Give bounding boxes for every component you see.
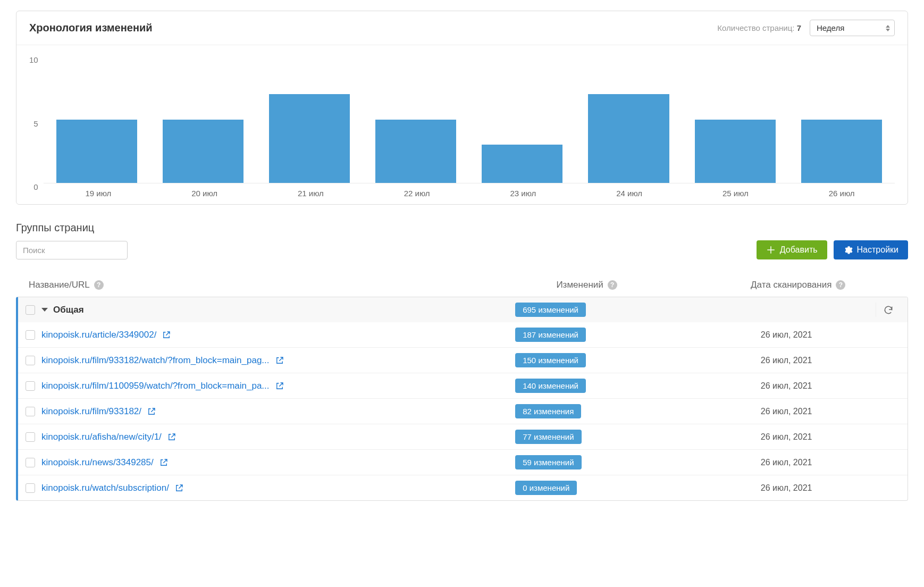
- changes-badge: 150 изменений: [515, 353, 586, 367]
- row-date: 26 июл, 2021: [673, 407, 900, 416]
- external-link-icon[interactable]: [159, 458, 169, 467]
- chart-title: Хронология изменений: [29, 22, 153, 34]
- external-link-icon[interactable]: [275, 381, 284, 391]
- col-changes-label: Изменений: [556, 280, 603, 290]
- updown-icon: [886, 25, 890, 31]
- bar[interactable]: [588, 94, 669, 183]
- x-tick: 22 июл: [404, 189, 430, 198]
- table-row: kinopoisk.ru/afisha/new/city/1/77 измене…: [18, 424, 908, 449]
- col-changes-header[interactable]: Изменений ?: [556, 280, 688, 290]
- table-row: kinopoisk.ru/news/3349285/59 изменений26…: [18, 449, 908, 475]
- table-row: kinopoisk.ru/article/3349002/187 изменен…: [18, 322, 908, 347]
- table-row: kinopoisk.ru/film/933182/watch/?from_blo…: [18, 347, 908, 373]
- table: Общая 695 изменений kinopoisk.ru/article…: [16, 297, 908, 501]
- url-link[interactable]: kinopoisk.ru/afisha/new/city/1/: [41, 432, 162, 442]
- bar[interactable]: [56, 120, 137, 183]
- x-tick: 24 июл: [616, 189, 642, 198]
- external-link-icon[interactable]: [162, 330, 171, 340]
- caret-down-icon[interactable]: [41, 308, 48, 312]
- checkbox[interactable]: [26, 305, 35, 315]
- url-link[interactable]: kinopoisk.ru/film/1100959/watch/?from_bl…: [41, 381, 270, 391]
- col-name-header[interactable]: Название/URL ?: [29, 280, 556, 290]
- checkbox[interactable]: [26, 483, 35, 493]
- x-tick: 20 июл: [191, 189, 217, 198]
- chart-header-right: Количество страниц: 7 Неделя: [717, 20, 895, 36]
- changes-badge: 77 изменений: [515, 430, 581, 444]
- period-select-value: Неделя: [817, 23, 844, 32]
- changes-badge: 59 изменений: [515, 455, 581, 469]
- table-row: kinopoisk.ru/watch/subscription/0 измене…: [18, 475, 908, 500]
- row-date: 26 июл, 2021: [673, 381, 900, 391]
- url-link[interactable]: kinopoisk.ru/film/933182/: [41, 406, 141, 417]
- x-tick: 25 июл: [723, 189, 749, 198]
- period-select[interactable]: Неделя: [810, 20, 895, 36]
- changes-badge: 695 изменений: [515, 303, 586, 317]
- group-name: Общая: [53, 305, 84, 315]
- chart-card: Хронология изменений Количество страниц:…: [16, 11, 908, 205]
- table-row: kinopoisk.ru/film/933182/82 изменения26 …: [18, 398, 908, 424]
- checkbox[interactable]: [26, 407, 35, 416]
- toolbar-buttons: Добавить Настройки: [757, 240, 908, 259]
- settings-button[interactable]: Настройки: [834, 240, 908, 259]
- checkbox[interactable]: [26, 330, 35, 340]
- add-button[interactable]: Добавить: [757, 240, 827, 259]
- checkbox[interactable]: [26, 356, 35, 365]
- changes-badge: 0 изменений: [515, 481, 577, 495]
- changes-badge: 140 изменений: [515, 379, 586, 393]
- url-link[interactable]: kinopoisk.ru/watch/subscription/: [41, 483, 169, 493]
- chart-body: 1050 19 июл20 июл21 июл22 июл23 июл24 ию…: [16, 45, 908, 204]
- help-icon: ?: [94, 280, 104, 290]
- y-tick: 10: [29, 56, 38, 56]
- row-date: 26 июл, 2021: [673, 356, 900, 365]
- checkbox[interactable]: [26, 458, 35, 467]
- bar[interactable]: [801, 120, 882, 183]
- bar[interactable]: [163, 120, 243, 183]
- external-link-icon[interactable]: [147, 407, 156, 416]
- refresh-icon: [883, 305, 894, 315]
- page-count-label: Количество страниц:: [717, 23, 794, 32]
- settings-button-label: Настройки: [857, 245, 898, 255]
- x-tick: 26 июл: [829, 189, 855, 198]
- groups-toolbar: Добавить Настройки: [16, 240, 908, 259]
- page-count: Количество страниц: 7: [717, 23, 801, 32]
- help-icon: ?: [836, 280, 845, 290]
- bar[interactable]: [482, 145, 562, 183]
- chart-plot: [44, 56, 895, 183]
- bar[interactable]: [695, 120, 776, 183]
- table-group-row[interactable]: Общая 695 изменений: [18, 297, 908, 322]
- x-tick: 23 июл: [510, 189, 536, 198]
- row-date: 26 июл, 2021: [673, 432, 900, 442]
- x-tick: 19 июл: [85, 189, 111, 198]
- row-date: 26 июл, 2021: [673, 458, 900, 467]
- external-link-icon[interactable]: [167, 432, 177, 442]
- gear-icon: [843, 245, 853, 255]
- external-link-icon[interactable]: [275, 356, 284, 365]
- url-link[interactable]: kinopoisk.ru/film/933182/watch/?from_blo…: [41, 355, 270, 366]
- groups-title: Группы страниц: [16, 222, 908, 234]
- chart-header: Хронология изменений Количество страниц:…: [16, 11, 908, 45]
- col-name-label: Название/URL: [29, 280, 90, 290]
- y-tick: 5: [33, 119, 38, 120]
- add-button-label: Добавить: [780, 245, 818, 255]
- url-link[interactable]: kinopoisk.ru/article/3349002/: [41, 330, 156, 340]
- chart-area: 1050: [29, 56, 895, 183]
- row-date: 26 июл, 2021: [673, 483, 900, 493]
- page-count-value: 7: [797, 23, 801, 32]
- col-date-header[interactable]: Дата сканирования ?: [688, 280, 908, 290]
- table-row: kinopoisk.ru/film/1100959/watch/?from_bl…: [18, 373, 908, 398]
- bar[interactable]: [375, 120, 456, 183]
- refresh-button[interactable]: [876, 303, 900, 317]
- y-tick: 0: [33, 183, 38, 183]
- x-axis: 19 июл20 июл21 июл22 июл23 июл24 июл25 и…: [29, 183, 895, 198]
- checkbox[interactable]: [26, 432, 35, 442]
- row-date: 26 июл, 2021: [673, 330, 900, 340]
- external-link-icon[interactable]: [174, 483, 184, 493]
- bar[interactable]: [269, 94, 350, 183]
- url-link[interactable]: kinopoisk.ru/news/3349285/: [41, 457, 154, 468]
- col-date-label: Дата сканирования: [751, 280, 831, 290]
- bars-container: [44, 56, 895, 183]
- checkbox[interactable]: [26, 381, 35, 391]
- changes-badge: 187 изменений: [515, 328, 586, 342]
- search-input[interactable]: [16, 241, 128, 259]
- x-tick: 21 июл: [298, 189, 324, 198]
